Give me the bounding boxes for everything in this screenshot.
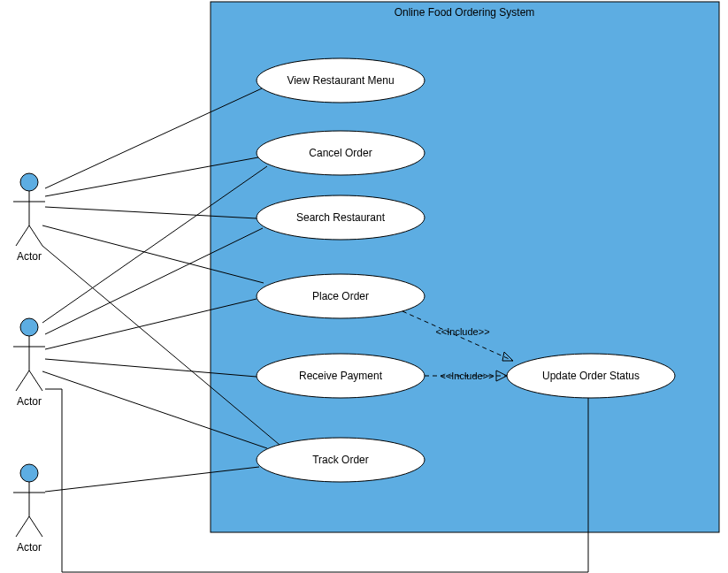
svg-point-5 xyxy=(20,318,38,336)
usecase-search-restaurant-label: Search Restaurant xyxy=(296,211,386,224)
usecase-track-order-label: Track Order xyxy=(312,454,369,466)
actor-2-label: Actor xyxy=(17,395,42,408)
system-title: Online Food Ordering System xyxy=(395,6,535,19)
usecase-update-status-label: Update Order Status xyxy=(542,370,640,382)
svg-line-8 xyxy=(16,371,29,391)
svg-line-3 xyxy=(16,225,29,246)
actor-3-label: Actor xyxy=(17,541,42,554)
usecase-cancel-order-label: Cancel Order xyxy=(309,147,372,159)
actor-3: Actor xyxy=(13,464,45,554)
svg-line-13 xyxy=(16,516,29,537)
svg-line-9 xyxy=(29,371,42,391)
include-label-1: <<Include>> xyxy=(435,326,489,337)
include-label-2: <<Include>> xyxy=(440,371,494,381)
svg-line-14 xyxy=(29,516,42,537)
usecase-receive-payment-label: Receive Payment xyxy=(299,370,383,382)
usecase-view-menu-label: View Restaurant Menu xyxy=(287,74,394,87)
svg-line-4 xyxy=(29,225,42,246)
usecase-place-order-label: Place Order xyxy=(312,290,369,302)
actor-1-label: Actor xyxy=(17,250,42,263)
svg-point-10 xyxy=(20,464,38,482)
actor-2: Actor xyxy=(13,318,45,408)
svg-point-0 xyxy=(20,173,38,191)
actor-1: Actor xyxy=(13,173,45,263)
use-case-diagram: Online Food Ordering System Actor Actor … xyxy=(0,0,728,573)
